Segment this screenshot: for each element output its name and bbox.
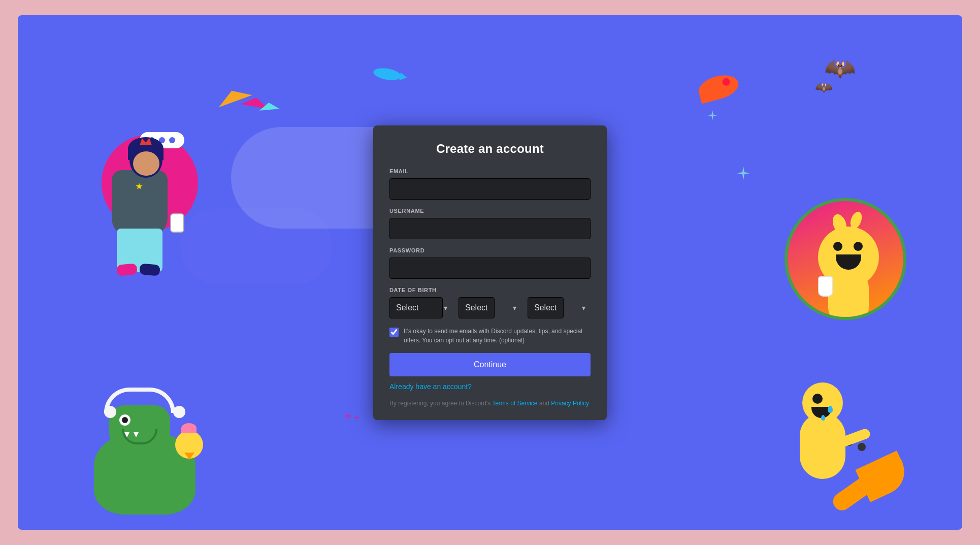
email-input[interactable]	[389, 178, 591, 200]
character-right	[785, 198, 906, 320]
bird-decoration-3	[258, 102, 279, 110]
sparkle-icon-4	[353, 414, 360, 423]
cloud-decoration-2	[180, 208, 333, 284]
email-consent-label: It's okay to send me emails with Discord…	[404, 327, 591, 345]
privacy-policy-link[interactable]: Privacy Policy	[551, 400, 589, 407]
year-select[interactable]: Select	[528, 297, 564, 318]
day-select[interactable]: Select	[459, 297, 495, 318]
already-account-link[interactable]: Already have an account?	[389, 382, 591, 391]
email-field-group: EMAIL	[389, 168, 591, 200]
month-select-wrapper: Select January February March April May …	[389, 297, 452, 318]
username-label: USERNAME	[389, 208, 591, 214]
username-input[interactable]	[389, 218, 591, 239]
terms-prefix: By registering, you agree to Discord's	[389, 400, 491, 407]
password-field-group: PASSWORD	[389, 247, 591, 279]
month-select[interactable]: Select January February March April May …	[389, 297, 443, 318]
bat-small-icon: 🦇	[815, 79, 833, 95]
dob-selects-row: Select January February March April May …	[389, 297, 591, 318]
email-consent-checkbox[interactable]	[389, 328, 399, 337]
email-consent-row: It's okay to send me emails with Discord…	[389, 327, 591, 345]
dob-label: DATE OF BIRTH	[389, 287, 591, 293]
email-label: EMAIL	[389, 168, 591, 174]
modal-title: Create an account	[389, 142, 591, 156]
sparkle-icon-3	[343, 411, 353, 423]
terms-text: By registering, you agree to Discord's T…	[389, 399, 591, 408]
sparkle-icon-1	[706, 109, 718, 123]
sparkle-icon-2	[735, 165, 752, 183]
day-select-wrapper: Select	[459, 297, 521, 318]
year-select-wrapper: Select	[528, 297, 591, 318]
continue-button[interactable]: Continue	[389, 353, 591, 376]
main-frame: 🦇 🦇	[18, 15, 962, 530]
create-account-modal: Create an account EMAIL USERNAME PASSWOR…	[373, 125, 607, 420]
pizza-decoration	[696, 71, 741, 104]
password-label: PASSWORD	[389, 247, 591, 253]
username-field-group: USERNAME	[389, 208, 591, 239]
dob-field-group: DATE OF BIRTH Select January February Ma…	[389, 287, 591, 318]
password-input[interactable]	[389, 258, 591, 279]
terms-and: and	[539, 400, 549, 407]
fish-decoration	[373, 66, 402, 82]
terms-of-service-link[interactable]: Terms of Service	[492, 400, 537, 407]
